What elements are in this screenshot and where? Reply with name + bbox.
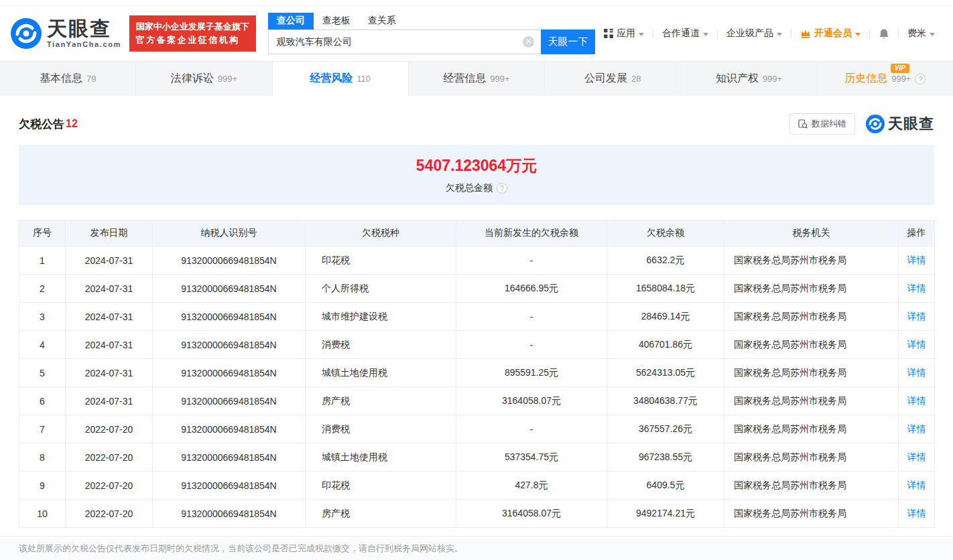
detail-link[interactable]: 详情 — [907, 311, 926, 322]
search-button[interactable]: 天眼一下 — [541, 29, 595, 54]
table-cell: 8 — [19, 443, 66, 472]
disclaimer-text: 该处所展示的欠税公告仅代表发布日期时的欠税情况，当前该公司是否已完成税款缴交，请… — [19, 543, 463, 553]
table-cell: 967238.55元 — [607, 443, 724, 472]
disclaimer-bar: 该处所展示的欠税公告仅代表发布日期时的欠税情况，当前该公司是否已完成税款缴交，请… — [0, 536, 953, 560]
search-tab-company[interactable]: 查公司 — [268, 13, 314, 29]
data-correction-icon — [798, 119, 808, 129]
table-cell: 895591.25元 — [456, 359, 607, 387]
table-cell: 城市维护建设税 — [306, 303, 456, 331]
table-cell: 国家税务总局苏州市税务局 — [724, 472, 899, 500]
vip-badge: VIP — [891, 64, 909, 73]
brand-watermark: 天眼查 — [866, 114, 934, 134]
nav-vip-membership[interactable]: 开通会员 — [791, 27, 869, 40]
table-cell: 国家税务总局苏州市税务局 — [724, 500, 899, 528]
detail-link[interactable]: 详情 — [907, 395, 926, 406]
col-tax-type: 欠税税种 — [306, 220, 456, 247]
nav-vip-label: 开通会员 — [814, 27, 852, 40]
table-row: 102022-07-2091320000669481854N房产税3164058… — [19, 500, 935, 528]
col-action: 操作 — [899, 220, 935, 247]
tab-2[interactable]: 经营风险110 — [273, 62, 409, 96]
nav-user-label: 费米 — [907, 27, 926, 40]
search-tabs: 查公司 查老板 查关系 — [268, 13, 595, 29]
logo-domain: TianYanCha.com — [47, 41, 121, 48]
tab-0[interactable]: 基本信息79 — [0, 62, 136, 96]
detail-link[interactable]: 详情 — [907, 451, 926, 462]
tab-label: 历史信息 — [844, 72, 887, 86]
nav-enterprise[interactable]: 企业级产品 — [718, 27, 791, 40]
table-cell: 5 — [19, 359, 66, 387]
table-cell: 91320000669481854N — [153, 359, 306, 387]
table-cell: 5624313.05元 — [607, 359, 724, 387]
table-row: 22024-07-3191320000669481854N个人所得税164666… — [19, 275, 935, 303]
tab-1[interactable]: 法律诉讼999+ — [136, 62, 272, 96]
table-cell: 1658084.18元 — [607, 275, 724, 303]
action-cell: 详情 — [899, 275, 935, 303]
table-cell: 367557.26元 — [607, 415, 724, 443]
tab-label: 知识产权 — [716, 72, 759, 86]
tab-3[interactable]: 经营信息999+ — [409, 62, 545, 96]
help-icon[interactable]: ? — [497, 183, 507, 194]
tab-count: 28 — [631, 74, 641, 84]
table-cell: - — [456, 331, 607, 359]
detail-link[interactable]: 详情 — [907, 508, 926, 518]
action-cell: 详情 — [899, 359, 935, 387]
table-cell: 2024-07-31 — [66, 387, 153, 415]
table-cell: 3164058.07元 — [456, 387, 607, 415]
detail-link[interactable]: 详情 — [907, 480, 926, 490]
table-cell: 2024-07-31 — [66, 303, 153, 331]
total-arrears-amount: 5407.123064万元 — [416, 155, 537, 176]
table-cell: 34804638.77元 — [607, 387, 724, 415]
detail-link[interactable]: 详情 — [907, 339, 926, 350]
tab-count: 110 — [357, 74, 371, 84]
table-row: 72022-07-2091320000669481854N消费税-367557.… — [19, 415, 935, 443]
nav-user-account[interactable]: 费米 — [899, 27, 944, 40]
search-tab-boss[interactable]: 查老板 — [314, 13, 359, 29]
detail-link[interactable]: 详情 — [907, 423, 926, 434]
tab-5[interactable]: 知识产权999+ — [681, 62, 817, 96]
search-tab-relation[interactable]: 查关系 — [359, 13, 405, 29]
table-cell: - — [456, 303, 607, 331]
table-cell: 4 — [19, 331, 66, 359]
nav-partner[interactable]: 合作通道 — [653, 27, 717, 40]
total-arrears-label: 欠税总金额 — [446, 182, 493, 194]
action-cell: 详情 — [899, 247, 935, 275]
action-cell: 详情 — [899, 387, 935, 415]
table-cell: 3 — [19, 303, 66, 331]
table-cell: 2022-07-20 — [66, 415, 153, 443]
table-cell: 406701.86元 — [607, 331, 724, 359]
site-logo[interactable]: 天眼查 TianYanCha.com — [11, 18, 121, 49]
table-cell: 7 — [19, 415, 66, 443]
table-cell: 9492174.21元 — [607, 500, 724, 528]
action-cell: 详情 — [899, 331, 935, 359]
table-cell: 91320000669481854N — [153, 443, 306, 472]
table-cell: - — [456, 415, 607, 443]
table-cell: 10 — [19, 500, 66, 528]
help-icon[interactable]: ? — [915, 74, 926, 84]
table-cell: 国家税务总局苏州市税务局 — [724, 247, 899, 275]
table-cell: 6 — [19, 387, 66, 415]
detail-link[interactable]: 详情 — [907, 367, 926, 378]
clear-search-icon[interactable]: ✕ — [523, 36, 534, 48]
detail-link[interactable]: 详情 — [907, 255, 926, 265]
tab-4[interactable]: 公司发展28 — [545, 62, 681, 96]
nav-notifications[interactable] — [870, 28, 898, 40]
tab-label: 经营风险 — [310, 72, 353, 86]
table-cell: 6632.2元 — [607, 247, 724, 275]
gov-badge-line1: 国家中小企业发展子基金旗下 — [136, 20, 249, 33]
table-cell: 国家税务总局苏州市税务局 — [724, 387, 899, 415]
action-cell: 详情 — [899, 443, 935, 472]
table-row: 32024-07-3191320000669481854N城市维护建设税-284… — [19, 303, 935, 331]
table-cell: 427.8元 — [456, 472, 607, 500]
table-cell: 91320000669481854N — [153, 387, 306, 415]
tab-6[interactable]: VIP历史信息999+? — [818, 62, 953, 96]
data-correction-button[interactable]: 数据纠错 — [789, 113, 855, 135]
table-cell: 印花税 — [306, 247, 456, 275]
tianyancha-logo-icon — [11, 18, 42, 49]
detail-link[interactable]: 详情 — [907, 283, 926, 293]
tianyancha-watermark-icon — [866, 115, 885, 133]
table-cell: 城镇土地使用税 — [306, 443, 456, 472]
table-cell: 91320000669481854N — [153, 303, 306, 331]
search-input[interactable] — [268, 29, 541, 54]
nav-apps[interactable]: 应用 — [595, 27, 653, 40]
table-cell: 537354.75元 — [456, 443, 607, 472]
